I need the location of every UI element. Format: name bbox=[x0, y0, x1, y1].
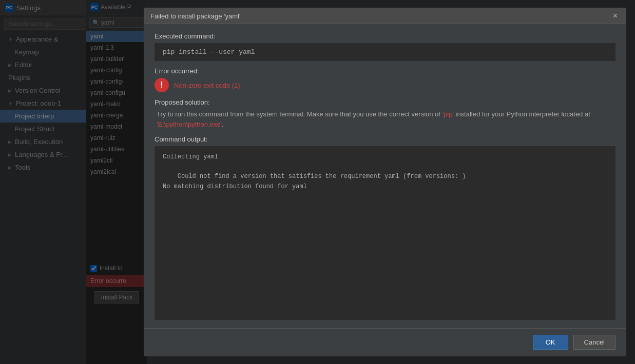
dialog-titlebar: Failed to install package 'yaml' × bbox=[144, 8, 626, 24]
solution-label: Proposed solution: bbox=[155, 98, 615, 106]
error-dialog: Failed to install package 'yaml' × Execu… bbox=[144, 8, 626, 356]
error-row: ! Non-zero exit code (1) bbox=[155, 78, 615, 92]
error-section: Error occurred: ! Non-zero exit code (1) bbox=[155, 67, 615, 92]
dialog-close-button[interactable]: × bbox=[611, 12, 620, 20]
dialog-title: Failed to install package 'yaml' bbox=[150, 12, 241, 20]
solution-section: Proposed solution: Try to run this comma… bbox=[155, 98, 615, 129]
error-message: Non-zero exit code (1) bbox=[174, 82, 240, 89]
error-occurred-label: Error occurred: bbox=[155, 67, 615, 75]
cancel-button[interactable]: Cancel bbox=[573, 335, 615, 350]
dialog-body: Executed command: pip install --user yam… bbox=[144, 24, 626, 328]
dialog-footer: OK Cancel bbox=[144, 328, 626, 356]
output-label: Command output: bbox=[155, 135, 615, 143]
error-icon: ! bbox=[155, 78, 169, 92]
command-output-text: Collecting yaml Could not find a version… bbox=[155, 146, 615, 320]
error-icon-text: ! bbox=[160, 80, 163, 90]
ok-button[interactable]: OK bbox=[533, 335, 568, 350]
output-section: Command output: Collecting yaml Could no… bbox=[155, 135, 615, 320]
command-output-box: pip install --user yaml bbox=[155, 43, 615, 61]
executed-label: Executed command: bbox=[155, 32, 615, 40]
solution-text: Try to run this command from the system … bbox=[155, 109, 615, 129]
executed-section: Executed command: pip install --user yam… bbox=[155, 32, 615, 61]
